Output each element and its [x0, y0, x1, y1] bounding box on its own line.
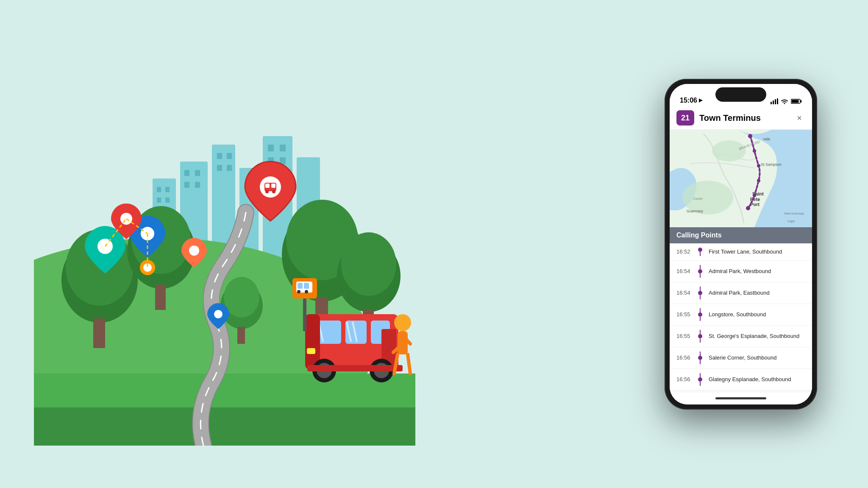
wifi-icon	[781, 98, 788, 104]
map-area[interactable]: Vale St Sampson Saint Pete r Port Guerns…	[670, 130, 812, 227]
svg-rect-74	[265, 184, 270, 188]
close-button[interactable]: ×	[793, 112, 805, 124]
cp-dot	[698, 269, 702, 273]
calling-point-row[interactable]: 16:54Admiral Park, Westbound	[670, 261, 812, 282]
calling-point-row[interactable]: 16:55Longstore, Southbound	[670, 304, 812, 326]
status-icons	[771, 98, 802, 104]
calling-point-row[interactable]: 16:56Salerie Corner, Southbound	[670, 347, 812, 369]
svg-point-41	[224, 277, 259, 318]
svg-rect-69	[304, 283, 309, 289]
cp-line	[697, 248, 704, 256]
svg-rect-33	[155, 284, 166, 310]
svg-rect-16	[227, 153, 232, 159]
svg-rect-8	[165, 187, 170, 192]
svg-rect-30	[93, 318, 105, 348]
cp-stop-name: Longstore, Southbound	[709, 311, 805, 318]
calling-point-row[interactable]: 16:52First Tower Lane, Southbound	[670, 243, 812, 261]
svg-rect-90	[775, 99, 776, 104]
dynamic-island	[715, 87, 766, 102]
svg-rect-13	[184, 182, 189, 188]
svg-point-110	[757, 179, 760, 182]
cp-line	[697, 308, 704, 321]
svg-rect-12	[195, 170, 200, 176]
svg-point-71	[305, 290, 308, 293]
calling-point-row[interactable]: 16:56Glategny Esplanade, Southbound	[670, 369, 812, 390]
cp-stop-name: Admiral Park, Eastbound	[709, 290, 805, 296]
phone-wrapper: 15:06 ▶	[665, 79, 817, 410]
svg-rect-94	[792, 100, 799, 103]
cp-dot	[698, 291, 702, 295]
svg-rect-91	[777, 98, 778, 104]
svg-rect-42	[237, 327, 245, 344]
phone-device: 15:06 ▶	[665, 79, 817, 410]
svg-text:Castel: Castel	[693, 197, 703, 201]
home-bar	[715, 397, 766, 399]
svg-point-84	[214, 310, 223, 318]
svg-point-109	[757, 164, 760, 167]
cp-line	[697, 351, 704, 364]
svg-rect-9	[157, 198, 161, 203]
battery-icon	[791, 98, 802, 104]
calling-point-row[interactable]: 16:55St. George's Esplanade, Southbound	[670, 326, 812, 347]
cp-line	[697, 287, 704, 299]
cp-stop-name: First Tower Lane, Southbound	[709, 248, 805, 255]
status-time: 15:06 ▶	[680, 97, 702, 104]
cp-dot	[698, 334, 702, 338]
svg-point-107	[748, 134, 752, 138]
calling-point-row[interactable]: 16:57North Esplanade, Southbou...Selecte…	[670, 390, 812, 393]
cp-dot	[698, 248, 702, 252]
cp-stop-name: Admiral Park, Westbound	[709, 268, 805, 274]
svg-point-111	[753, 194, 756, 197]
svg-rect-68	[298, 283, 303, 289]
svg-text:St Sampson: St Sampson	[761, 162, 782, 167]
cp-time: 16:52	[676, 248, 692, 255]
svg-rect-11	[184, 170, 189, 176]
cp-line	[697, 265, 704, 278]
svg-point-38	[341, 232, 396, 296]
cp-dot	[698, 377, 702, 382]
svg-rect-14	[195, 182, 200, 188]
svg-text:Guernsey: Guernsey	[687, 209, 704, 213]
time-display: 15:06	[680, 97, 697, 104]
svg-rect-27	[34, 407, 415, 446]
cp-time: 16:56	[676, 376, 692, 382]
svg-rect-58	[307, 365, 403, 371]
cp-time: 16:55	[676, 311, 692, 318]
svg-rect-15	[217, 153, 222, 159]
svg-rect-93	[801, 100, 802, 102]
svg-point-83	[189, 245, 199, 256]
svg-rect-53	[307, 348, 315, 354]
cp-dot	[698, 312, 702, 317]
cp-stop-name: Salerie Corner, Southbound	[709, 354, 805, 361]
cp-time: 16:54	[676, 268, 692, 274]
svg-text:r: r	[759, 198, 760, 202]
app-header: 21 Town Terminus ×	[670, 107, 812, 130]
svg-rect-10	[165, 198, 170, 203]
calling-points-list[interactable]: 16:52First Tower Lane, Southbound16:54Ad…	[670, 243, 812, 393]
svg-text:Vale: Vale	[763, 137, 770, 141]
main-scene: 15:06 ▶	[0, 0, 868, 488]
svg-point-97	[712, 140, 746, 162]
svg-rect-88	[771, 102, 772, 104]
svg-point-77	[272, 190, 275, 193]
svg-rect-18	[227, 165, 232, 171]
cp-time: 16:55	[676, 333, 692, 339]
calling-points-header: Calling Points	[670, 227, 812, 243]
svg-point-108	[753, 149, 756, 153]
cp-dot	[698, 356, 702, 360]
location-icon: ▶	[699, 98, 702, 103]
illustration-panel	[34, 43, 415, 446]
calling-point-row[interactable]: 16:54Admiral Park, Eastbound	[670, 282, 812, 304]
svg-rect-20	[280, 145, 286, 151]
signal-icon	[771, 98, 778, 104]
svg-point-59	[394, 314, 411, 331]
cp-time: 16:56	[676, 354, 692, 361]
svg-rect-75	[271, 184, 275, 188]
route-title: Town Terminus	[699, 113, 788, 123]
svg-rect-89	[773, 100, 774, 104]
svg-text:Sark-Guernsey: Sark-Guernsey	[784, 212, 804, 215]
svg-rect-19	[268, 145, 274, 151]
svg-point-70	[297, 290, 300, 293]
cp-line	[697, 330, 704, 343]
svg-rect-7	[157, 187, 161, 192]
